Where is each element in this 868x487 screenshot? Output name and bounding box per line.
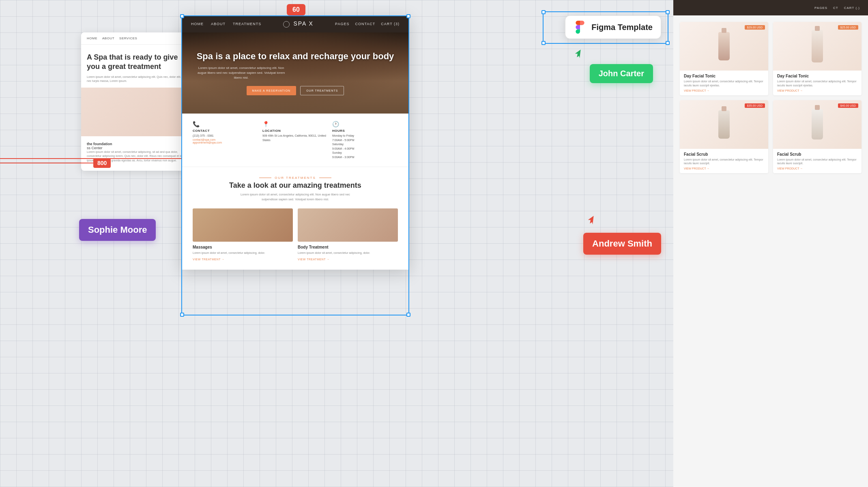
- spa-nav-contact[interactable]: CONTACT: [355, 22, 375, 26]
- spa-nav-pages[interactable]: PAGES: [335, 22, 349, 26]
- center-name: ss Center: [87, 146, 189, 150]
- product-4-info: Facial Scrub Lorem ipsum dolor sit amet,…: [773, 149, 862, 174]
- treatment-body-name: Body Treatment: [298, 245, 398, 249]
- btn-reservation[interactable]: MAKE A RESERVATION: [247, 86, 296, 95]
- hours-label: HOURS: [332, 129, 398, 133]
- left-nav-about[interactable]: ABOUT: [102, 36, 114, 40]
- spa-nav-cart[interactable]: CART (3): [381, 22, 400, 26]
- spa-nav-right: PAGES CONTACT CART (3): [335, 22, 400, 26]
- treatments-header: OUR TREATMENTS Take a look at our amazin…: [193, 176, 398, 202]
- product-1-desc: Lorem ipsum dolor sit amet, consectetur …: [684, 79, 764, 88]
- hours-saturday: Saturday 9:00AM - 4:00PM: [332, 142, 398, 151]
- product-2-info: Day Facial Tonic Lorem ipsum dolor sit a…: [773, 71, 862, 95]
- ruler-800: 800: [0, 158, 111, 168]
- product-card-3: $35.00 USD Facial Scrub Lorem ipsum dolo…: [680, 100, 768, 174]
- figma-sel-handle-br[interactable]: [666, 41, 670, 45]
- selection-handle-br[interactable]: [406, 313, 410, 317]
- product-2-name: Day Facial Tonic: [777, 74, 857, 78]
- contact-phone: (213) 375 - 0381: [193, 134, 258, 138]
- sophie-moore-badge: Sophie Moore: [79, 219, 156, 241]
- figma-template-badge: Figma Template: [565, 15, 661, 39]
- treatments-title: Take a look at our amazing treatments: [193, 181, 398, 190]
- product-2-desc: Lorem ipsum dolor sit amet, consectetur …: [777, 79, 857, 88]
- figma-sel-handle-tr[interactable]: [666, 10, 670, 14]
- product-1-info: Day Facial Tonic Lorem ipsum dolor sit a…: [680, 71, 768, 95]
- right-nav-cart[interactable]: CART (.): [844, 6, 860, 10]
- spa-nav-home[interactable]: HOME: [191, 22, 204, 26]
- selection-handle-bl[interactable]: [180, 313, 184, 317]
- treatment-massages-image: [193, 208, 293, 242]
- hours-sunday: Sunday 9:00AM - 3:00PM: [332, 151, 398, 159]
- product-1-link[interactable]: VIEW PRODUCT →: [684, 89, 764, 92]
- john-carter-badge: John Carter: [590, 64, 653, 83]
- product-4-link[interactable]: VIEW PRODUCT →: [777, 167, 857, 170]
- product-card-4: $40.00 USD Facial Scrub Lorem ipsum dolo…: [773, 100, 862, 174]
- andrew-cursor-arrow: [586, 214, 597, 225]
- contact-email1[interactable]: contact@spa.com: [193, 138, 258, 141]
- phone-icon: 📞: [193, 121, 258, 127]
- left-preview-hero: A Spa that is ready to give you a great …: [81, 45, 195, 88]
- treatment-massages-text: Lorem ipsum dolor sit amet, consectetur …: [193, 251, 293, 255]
- location-address: 909 49th St Los Angeles, California, 900…: [262, 134, 328, 142]
- treatment-body: Body Treatment Lorem ipsum dolor sit ame…: [298, 208, 398, 261]
- product-3-price: $35.00 USD: [745, 103, 765, 108]
- product-2-link[interactable]: VIEW PRODUCT →: [777, 89, 857, 92]
- product-3-image: $35.00 USD: [680, 100, 768, 149]
- product-3-link[interactable]: VIEW PRODUCT →: [684, 167, 764, 170]
- left-hero-desc: Lorem ipsum dolor sit amet, consectetur …: [87, 75, 189, 84]
- btn-treatments[interactable]: OUR TREATMENTS: [300, 86, 344, 95]
- treatments-grid: Massages Lorem ipsum dolor sit amet, con…: [193, 208, 398, 261]
- hours-mon-fri: Monday to Friday 7:00AM - 5:00PM: [332, 134, 398, 142]
- spa-hero-content: Spa is a place to relax and recharge you…: [197, 51, 394, 95]
- treatment-body-link[interactable]: VIEW TREATMENT →: [298, 258, 398, 261]
- svg-marker-1: [574, 49, 583, 59]
- product-2-image: $25.00 USD: [773, 22, 862, 71]
- treatment-massages-link[interactable]: VIEW TREATMENT →: [193, 258, 293, 261]
- spa-nav: HOME ABOUT TREATMENTS SPA X PAGES CONTAC…: [181, 15, 409, 32]
- spa-nav-about[interactable]: ABOUT: [211, 22, 226, 26]
- product-4-desc: Lorem ipsum dolor sit amet, consectetur …: [777, 158, 857, 166]
- product-1-name: Day Facial Tonic: [684, 74, 764, 78]
- spa-hero-desc: Lorem ipsum dolor sit amet, consectetur …: [197, 66, 286, 80]
- right-nav-ct[interactable]: CT: [833, 6, 838, 10]
- product-2-price: $25.00 USD: [838, 25, 858, 30]
- spa-hero-buttons: MAKE A RESERVATION OUR TREATMENTS: [197, 86, 394, 95]
- treatment-massages: Massages Lorem ipsum dolor sit amet, con…: [193, 208, 293, 261]
- figma-sel-handle-tl[interactable]: [541, 10, 546, 14]
- left-preview-card: HOME ABOUT SERVICES A Spa that is ready …: [81, 32, 195, 171]
- info-section: 📞 CONTACT (213) 375 - 0381 contact@spa.c…: [181, 114, 409, 167]
- right-nav-pages[interactable]: PAGES: [814, 6, 827, 10]
- treatments-subtitle: OUR TREATMENTS: [193, 176, 398, 180]
- spa-nav-logo: SPA X: [283, 20, 314, 27]
- product-3-desc: Lorem ipsum dolor sit amet, consectetur …: [684, 158, 764, 166]
- location-icon: 📍: [262, 121, 328, 127]
- product-1-price: $29.00 USD: [745, 25, 765, 30]
- left-nav-home[interactable]: HOME: [87, 36, 97, 40]
- product-bottle-3: [718, 110, 730, 139]
- figma-sel-handle-bl[interactable]: [541, 41, 546, 45]
- contact-email2[interactable]: appointment@spa.com: [193, 141, 258, 144]
- hours-info: 🕐 HOURS Monday to Friday 7:00AM - 5:00PM…: [332, 121, 398, 159]
- treatment-body-image: [298, 208, 398, 242]
- product-card-2: $25.00 USD Day Facial Tonic Lorem ipsum …: [773, 22, 862, 95]
- product-4-name: Facial Scrub: [777, 152, 857, 157]
- product-bottle-2: [812, 30, 823, 62]
- left-nav-services[interactable]: SERVICES: [119, 36, 137, 40]
- john-cursor-arrow: [573, 48, 584, 59]
- product-bottle-4: [812, 109, 823, 139]
- spa-hero: Spa is a place to relax and recharge you…: [181, 32, 409, 114]
- foundation-text: the foundation: [87, 142, 189, 146]
- location-label: LOCATION: [262, 129, 328, 133]
- products-grid: $29.00 USD Day Facial Tonic Lorem ipsum …: [673, 15, 868, 180]
- contact-label: CONTACT: [193, 129, 258, 133]
- left-hero-title: A Spa that is ready to give you a great …: [87, 53, 189, 72]
- svg-marker-2: [587, 216, 596, 225]
- spa-nav-treatments[interactable]: TREATMENTS: [233, 22, 261, 26]
- treatments-desc: Lorem ipsum dolor sit amet, consectetur …: [234, 192, 356, 202]
- figma-logo-icon: [574, 21, 587, 34]
- massage-photo: [193, 208, 293, 242]
- clock-icon: 🕐: [332, 121, 398, 127]
- product-1-image: $29.00 USD: [680, 22, 768, 71]
- ruler-label: 800: [93, 158, 111, 168]
- right-panel-nav: PAGES CT CART (.): [673, 0, 868, 15]
